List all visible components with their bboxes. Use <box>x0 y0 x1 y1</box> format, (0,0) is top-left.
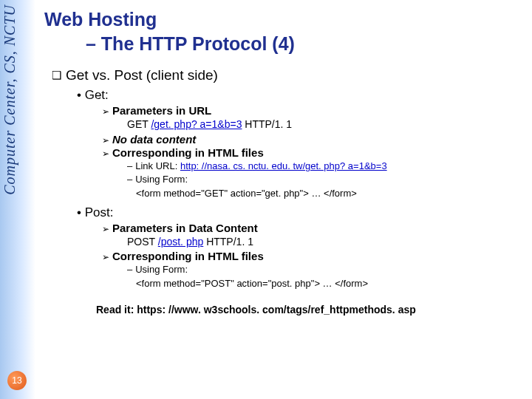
square-bullet-icon: ❑ <box>52 69 61 81</box>
post-request-line: POST /post. php HTTP/1. 1 <box>127 235 525 249</box>
arrow-icon: ➢ <box>102 252 109 262</box>
get-form-code: <form method="GET" action="get. php"> … … <box>136 187 525 200</box>
nasa-link[interactable]: http: //nasa. cs. nctu. edu. tw/get. php… <box>180 160 387 171</box>
post-form-code: <form method="POST" action="post. php"> … <box>136 277 525 290</box>
get-html-files: ➢Corresponding in HTML files <box>102 146 525 159</box>
get-heading: • Get: <box>77 88 525 103</box>
section-header: ❑Get vs. Post (client side) <box>52 67 525 83</box>
post-url-link[interactable]: /post. php <box>158 236 204 248</box>
get-using-form: –Using Form: <box>127 173 525 186</box>
post-heading: • Post: <box>77 205 525 220</box>
get-link-url: –Link URL: http: //nasa. cs. nctu. edu. … <box>127 160 525 173</box>
page-number-badge: 13 <box>7 371 27 390</box>
arrow-icon: ➢ <box>102 135 109 146</box>
arrow-icon: ➢ <box>102 224 109 234</box>
read-it-footer: Read it: https: //www. w3schools. com/ta… <box>96 304 525 316</box>
post-using-form: –Using Form: <box>127 263 525 276</box>
post-html-files: ➢Corresponding in HTML files <box>102 250 525 262</box>
title-line1: Web Hosting <box>44 9 157 30</box>
title-line2: – The HTTP Protocol (4) <box>44 32 525 56</box>
get-no-data: ➢No data content <box>102 133 525 146</box>
sidebar-label: Computer Center, CS, NCTU <box>1 4 18 195</box>
slide-content: Web Hosting – The HTTP Protocol (4) ❑Get… <box>44 7 525 316</box>
arrow-icon: ➢ <box>102 149 109 159</box>
sidebar: Computer Center, CS, NCTU 13 <box>0 0 35 399</box>
post-param-data: ➢Parameters in Data Content <box>102 222 525 234</box>
get-param-url: ➢Parameters in URL <box>102 104 525 117</box>
slide-title: Web Hosting – The HTTP Protocol (4) <box>44 7 525 55</box>
get-url-link[interactable]: /get. php? a=1&b=3 <box>151 118 242 130</box>
get-request-line: GET /get. php? a=1&b=3 HTTP/1. 1 <box>127 117 525 132</box>
arrow-icon: ➢ <box>102 106 109 117</box>
